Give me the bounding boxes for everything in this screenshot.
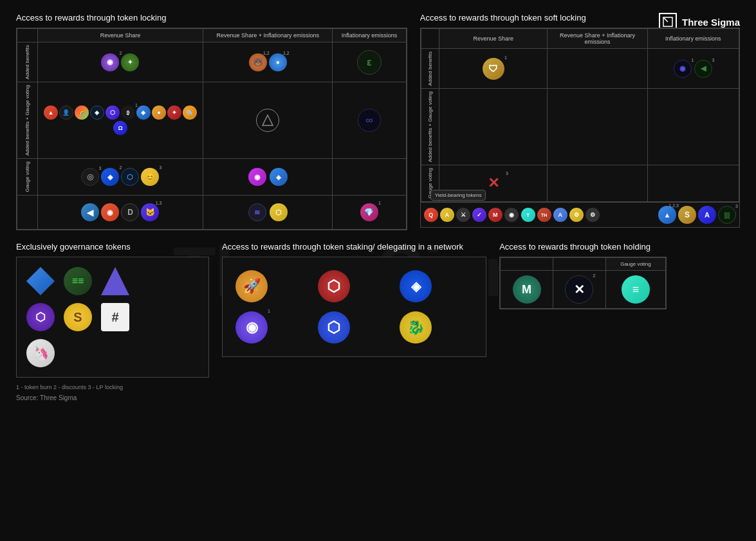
strip-token-check: ✓ xyxy=(472,208,486,222)
governance-title: Exclusively governance tokens xyxy=(16,242,209,252)
token-smiley: 😊 3 xyxy=(141,168,159,186)
staking-section: Access to rewards through token staking/… xyxy=(222,242,486,378)
token-epsilon: ε xyxy=(357,50,382,75)
token-purple-circle: ◉ xyxy=(248,168,266,186)
strip-token-gear1: ⚙ xyxy=(569,208,584,222)
gov-token-tri xyxy=(101,267,129,295)
token-orange: 🐘 xyxy=(183,105,197,120)
token-wavy: ≋ xyxy=(248,203,266,221)
token-locking-section: Access to rewards through token locking xyxy=(16,13,407,230)
holding-title: Access to rewards through token holding xyxy=(499,242,740,252)
token-cat-purple: 🐱 1,3 xyxy=(141,203,159,221)
strip-token-s: S xyxy=(678,206,696,224)
col-inflationary: Inflationary emissions xyxy=(333,29,407,42)
token-green: ✦ xyxy=(121,53,139,71)
token-dark-cat: ◈ xyxy=(90,105,104,120)
svg-marker-2 xyxy=(263,115,273,125)
token-red-tri: ▲ xyxy=(44,105,58,120)
token-locking-title: Access to rewards through token locking xyxy=(16,13,407,23)
token-dark-circle: ◉ 1 xyxy=(674,60,692,78)
token-bear: 🐻 1,2 xyxy=(249,53,267,71)
strip-token-gear2: ⚙ xyxy=(585,208,600,222)
staking-token-dragon: 🐉 xyxy=(400,311,432,344)
token-blue-circle: ● 1,2 xyxy=(269,53,287,71)
strip-token-a2: A xyxy=(553,208,567,222)
strip-token-circle: ◉ xyxy=(504,208,519,222)
soft-row-added-gauge: Added benefits + Gauge voting xyxy=(421,89,439,165)
footnotes: 1 - token burn 2 - discounts 3 - LP lock… xyxy=(16,384,740,390)
token-purple: ◉ 2 xyxy=(101,53,119,71)
strip-token-a: A xyxy=(440,208,454,222)
holding-col-gauge: Gauge voting xyxy=(605,258,665,271)
soft-locking-grid: Revenue Share Revenue Share + Inflationa… xyxy=(420,28,740,228)
token-infinity: ∞ xyxy=(358,109,381,132)
soft-col-revenue: Revenue Share xyxy=(439,29,548,49)
gov-token-unicorn: 🦄 xyxy=(26,339,55,367)
soft-col-revenue-inf: Revenue Share + Inflationary emissions xyxy=(548,29,647,49)
strip-token-tri-blue: ▲ 1,2,3 xyxy=(658,206,676,224)
strip-token-th: TH xyxy=(537,208,551,222)
col-revenue-inflationary: Revenue Share + Inflationary emissions xyxy=(203,29,333,42)
gov-token-hash: # xyxy=(101,303,129,331)
token-dark1: 👤 xyxy=(59,105,73,120)
holding-token-stripes: ≡ xyxy=(622,275,650,304)
token-hex-gold: ⬡ xyxy=(270,203,288,221)
token-btc: ₿ 1 xyxy=(121,105,135,120)
strip-token-q: Q xyxy=(424,208,438,222)
token-blue3: Ω xyxy=(113,121,127,135)
holding-grid: Gauge voting M xyxy=(499,257,667,309)
token-shield: 🛡 1 xyxy=(483,58,504,80)
token-red2: ✦ xyxy=(167,105,181,120)
strip-token-bars: ||| 3 xyxy=(718,206,736,224)
staking-token-red-hex: ⬡ xyxy=(318,270,350,302)
tooltip-text: Yield-bearing tokens xyxy=(430,190,486,201)
content: Access to rewards through token locking xyxy=(16,13,740,401)
holding-token-m: M xyxy=(513,275,541,304)
token-blue2: ◈ xyxy=(136,105,151,120)
token-dark-hex: ⬡ xyxy=(121,168,139,186)
governance-section: Exclusively governance tokens ≡≡ xyxy=(16,242,209,378)
bottom-row: Exclusively governance tokens ≡≡ xyxy=(16,242,740,378)
row-empty xyxy=(17,196,38,230)
strip-token-arch: A xyxy=(698,206,716,224)
row-added-benefits: Added benefits xyxy=(17,42,38,82)
strip-token-t: T xyxy=(521,208,535,222)
tooltip-container: Yield-bearing tokens xyxy=(430,190,486,201)
source: Source: Three Sigma xyxy=(16,394,740,401)
soft-locking-title: Access to rewards through token soft loc… xyxy=(420,13,740,23)
soft-locking-section: Access to rewards through token soft loc… xyxy=(420,13,740,230)
staking-token-rocket: 🚀 xyxy=(235,270,268,302)
strip-token-sword: ⚔ xyxy=(456,208,470,222)
token-red-circle: ◉ xyxy=(101,203,119,221)
token-rainbow: 🌈 xyxy=(75,105,89,120)
governance-box: ≡≡ ⬡ S xyxy=(16,257,209,378)
staking-token-blue-hex: ◈ xyxy=(400,270,432,302)
gov-token-purple: ⬡ xyxy=(26,303,55,331)
staking-token-purple2: ◉ 1 xyxy=(235,311,268,344)
staking-box: 🚀 ⬡ ◈ ◉ 1 ⬡ 🐉 xyxy=(222,257,486,357)
row-added-gauge: Added benefits + Gauge voting xyxy=(17,82,38,159)
page: Three Sigma Three Sigma Access to reward… xyxy=(0,0,756,541)
token-triangle-outline xyxy=(256,109,279,132)
col-revenue-share: Revenue Share xyxy=(37,29,203,42)
token-left-arrow: ◀ xyxy=(81,203,99,221)
token-blue-diamond: ◈ 2 xyxy=(101,168,119,186)
holding-section: Access to rewards through token holding xyxy=(499,242,740,378)
strip-token-m: M xyxy=(488,208,502,222)
token-pink-gem: 💎 1 xyxy=(360,203,378,221)
gov-token-green-stack: ≡≡ xyxy=(64,267,92,295)
gov-token-gold-s: S xyxy=(64,303,92,331)
token-dark-arrow: ◀ 3 xyxy=(694,60,712,78)
token-locking-grid: Revenue Share Revenue Share + Inflationa… xyxy=(16,28,407,230)
holding-token-x: ✕ 2 xyxy=(565,275,593,304)
gov-token-diamond xyxy=(26,267,55,295)
token-purple2: ⬡ xyxy=(106,105,120,120)
token-d: D xyxy=(121,203,139,221)
token-circle-outline: ◎ 3 xyxy=(81,168,99,186)
row-gauge-voting: Gauge voting xyxy=(17,159,38,196)
token-stream: ◈ xyxy=(270,168,288,186)
top-row: Access to rewards through token locking xyxy=(16,13,740,230)
bottom-token-strip: Q A ⚔ ✓ M ◉ Yield-bearing tokens xyxy=(421,202,739,227)
soft-row-added: Added benefits xyxy=(421,49,439,89)
soft-col-inf: Inflationary emissions xyxy=(647,29,739,49)
